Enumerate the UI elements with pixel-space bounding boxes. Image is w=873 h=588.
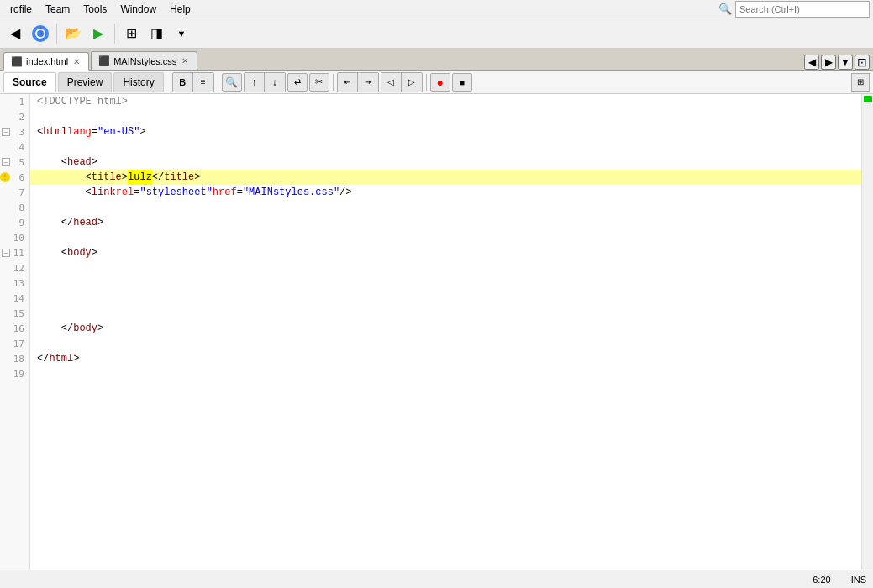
code-line-14[interactable] <box>30 291 861 306</box>
tool2-btn[interactable]: ◨ <box>145 22 168 45</box>
tab-nav-menu[interactable]: ▼ <box>838 55 853 70</box>
italic-btn[interactable]: ≡ <box>193 73 213 92</box>
code-line-11[interactable]: <body> <box>30 245 861 260</box>
status-position: 6:20 <box>813 575 830 585</box>
nav-group: ↑ ↓ <box>244 72 286 92</box>
code-line-8[interactable] <box>30 200 861 215</box>
indent-right-btn[interactable]: ⇥ <box>358 73 378 92</box>
tab-css-icon: ⬛ <box>98 55 110 66</box>
vsep3 <box>426 74 427 91</box>
line-num-3: −3 <box>0 124 29 139</box>
line-num-15: 15 <box>0 306 29 321</box>
tab-mainstyles-css[interactable]: ⬛ MAINstyles.css ✕ <box>91 51 197 70</box>
view-toolbar: B ≡ 🔍 ↑ ↓ ⇄ ✂ ⇤ ⇥ ◁ ▷ ● ■ <box>172 72 472 92</box>
line-num-4: 4 <box>0 139 29 155</box>
code-line-19[interactable] <box>30 366 861 381</box>
line-num-8: 8 <box>0 200 29 215</box>
code-area[interactable]: <!DOCTYPE html> <html lang="en-US"> <hea… <box>30 94 861 570</box>
line-num-19: 19 <box>0 366 29 381</box>
open-file-btn[interactable]: 📂 <box>61 22 85 45</box>
grid-view-btn[interactable]: ⊞ <box>851 73 870 92</box>
stop-btn[interactable]: ● <box>430 73 450 92</box>
code-line-12[interactable] <box>30 260 861 276</box>
tab-preview[interactable]: Preview <box>58 72 113 92</box>
code-line-4[interactable] <box>30 139 861 155</box>
code-line-5[interactable]: <head> <box>30 155 861 170</box>
status-mode: INS <box>851 575 866 585</box>
tab-source[interactable]: Source <box>3 72 56 92</box>
line-num-2: 2 <box>0 109 29 124</box>
fold-btn-5[interactable]: − <box>2 158 10 166</box>
code-line-10[interactable] <box>30 230 861 245</box>
vsep1 <box>218 74 218 91</box>
chrome-icon <box>29 22 52 45</box>
fold-btn-11[interactable]: − <box>2 249 10 257</box>
menu-profile[interactable]: rofile <box>3 2 39 17</box>
nav-up-btn[interactable]: ↑ <box>245 73 265 92</box>
bold-btn[interactable]: B <box>173 73 193 92</box>
code-line-13[interactable] <box>30 276 861 291</box>
line-num-11: −11 <box>0 245 29 260</box>
indent-group: ⇤ ⇥ <box>337 72 379 92</box>
code-line-18[interactable]: </html> <box>30 351 861 366</box>
tab-index-html-close[interactable]: ✕ <box>71 57 82 66</box>
preview-tab-label: Preview <box>67 76 103 88</box>
menu-tools[interactable]: Tools <box>76 2 113 17</box>
tab-nav-next[interactable]: ▶ <box>821 55 836 70</box>
tab-history[interactable]: History <box>113 72 163 92</box>
sep2 <box>114 24 115 44</box>
code-line-16[interactable]: </body> <box>30 321 861 336</box>
menubar: rofile Team Tools Window Help 🔍 <box>0 0 873 18</box>
statusbar: 6:20 INS <box>0 570 873 588</box>
line-num-13: 13 <box>0 276 29 291</box>
tag-next-btn[interactable]: ▷ <box>402 73 422 92</box>
line-gutter: 12−34−5!678910−111213141516171819 <box>0 94 30 570</box>
code-line-1[interactable]: <!DOCTYPE html> <box>30 94 861 109</box>
code-line-3[interactable]: <html lang="en-US"> <box>30 124 861 139</box>
record-btn[interactable]: ■ <box>452 73 472 92</box>
vsep2 <box>333 74 334 91</box>
scroll-indicator <box>864 96 872 102</box>
line-num-9: 9 <box>0 215 29 230</box>
viewbar: Source Preview History B ≡ 🔍 ↑ ↓ ⇄ ✂ ⇤ ⇥… <box>0 71 873 94</box>
line-num-5: −5 <box>0 155 29 170</box>
code-line-15[interactable] <box>30 306 861 321</box>
code-line-17[interactable] <box>30 336 861 351</box>
code-line-6[interactable]: <title>lulz</title> <box>30 170 861 185</box>
search-code-btn[interactable]: 🔍 <box>222 73 242 92</box>
toolbar: ◀ 📂 ▶ ⊞ ◨ ▼ <box>0 18 873 49</box>
code-line-2[interactable] <box>30 109 861 124</box>
tab-mainstyles-css-close[interactable]: ✕ <box>180 56 190 66</box>
indent-left-btn[interactable]: ⇤ <box>338 73 358 92</box>
tab-mainstyles-css-label: MAINstyles.css <box>113 56 176 66</box>
editor: 12−34−5!678910−111213141516171819 <!DOCT… <box>0 94 873 570</box>
code-line-9[interactable]: </head> <box>30 215 861 230</box>
line-num-16: 16 <box>0 321 29 336</box>
tag-prev-btn[interactable]: ◁ <box>381 73 402 92</box>
menu-team[interactable]: Team <box>39 2 76 17</box>
tool1-btn[interactable]: ⊞ <box>119 22 143 45</box>
search-input[interactable] <box>735 1 870 18</box>
menu-help[interactable]: Help <box>163 2 197 17</box>
tab-index-html[interactable]: ⬛ index.html ✕ <box>3 52 89 71</box>
source-tab-label: Source <box>13 76 47 88</box>
cut-btn[interactable]: ✂ <box>309 73 329 92</box>
run-btn[interactable]: ▶ <box>87 22 110 45</box>
tool3-btn[interactable]: ▼ <box>170 22 193 45</box>
format-group: B ≡ <box>172 72 214 92</box>
replace-btn[interactable]: ⇄ <box>287 73 308 92</box>
menu-window[interactable]: Window <box>113 2 163 17</box>
tab-maximize[interactable]: ⊡ <box>855 55 870 70</box>
line-num-18: 18 <box>0 351 29 366</box>
tab-html-icon: ⬛ <box>11 56 23 67</box>
line-num-14: 14 <box>0 291 29 306</box>
tab-nav-prev[interactable]: ◀ <box>804 55 819 70</box>
line-num-7: 7 <box>0 185 29 200</box>
line-num-10: 10 <box>0 230 29 245</box>
line-num-17: 17 <box>0 336 29 351</box>
tab-nav: ◀ ▶ ▼ ⊡ <box>804 55 873 70</box>
code-line-7[interactable]: <link rel="stylesheet" href="MAINstyles.… <box>30 185 861 200</box>
back-btn[interactable]: ◀ <box>3 22 27 45</box>
nav-down-btn[interactable]: ↓ <box>265 73 285 92</box>
fold-btn-3[interactable]: − <box>2 128 10 136</box>
